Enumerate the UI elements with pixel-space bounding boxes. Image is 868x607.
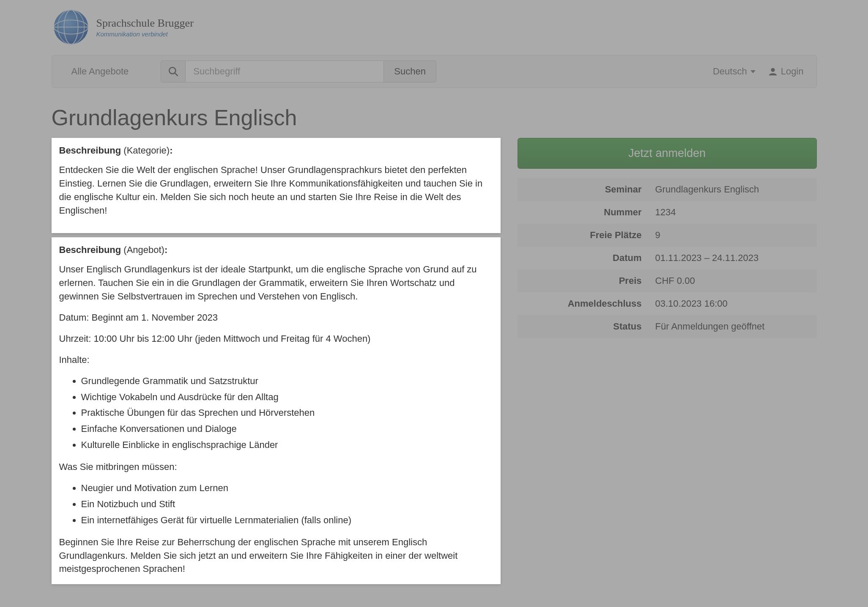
list-item: Ein Notizbuch und Stift xyxy=(81,497,493,511)
offer-time-line: Uhrzeit: 10:00 Uhr bis 12:00 Uhr (jeden … xyxy=(59,332,493,346)
description-category-heading: Beschreibung (Kategorie): xyxy=(59,144,493,157)
list-item: Praktische Übungen für das Sprechen und … xyxy=(81,406,493,420)
offer-intro: Unser Englisch Grundlagenkurs ist der id… xyxy=(59,263,493,303)
offer-date-line: Datum: Beginnt am 1. November 2023 xyxy=(59,311,493,324)
offer-bring-label: Was Sie mitbringen müssen: xyxy=(59,460,493,474)
description-category-text: Entdecken Sie die Welt der englischen Sp… xyxy=(59,163,493,217)
list-item: Einfache Konversationen und Dialoge xyxy=(81,422,493,436)
list-item: Ein internetfähiges Gerät für virtuelle … xyxy=(81,514,493,527)
list-item: Neugier und Motivation zum Lernen xyxy=(81,481,493,495)
offer-contents-list: Grundlegende Grammatik und SatzstrukturW… xyxy=(81,374,493,452)
list-item: Kulturelle Einblicke in englischsprachig… xyxy=(81,438,493,452)
description-offer-block: Beschreibung (Angebot): Unser Englisch G… xyxy=(52,237,501,584)
list-item: Grundlegende Grammatik und Satzstruktur xyxy=(81,374,493,388)
offer-bring-list: Neugier und Motivation zum LernenEin Not… xyxy=(81,481,493,527)
list-item: Wichtige Vokabeln und Ausdrücke für den … xyxy=(81,390,493,404)
description-offer-heading: Beschreibung (Angebot): xyxy=(59,243,493,257)
offer-contents-label: Inhalte: xyxy=(59,353,493,367)
offer-outro: Beginnen Sie Ihre Reise zur Beherrschung… xyxy=(59,536,493,576)
description-category-block: Beschreibung (Kategorie): Entdecken Sie … xyxy=(52,138,501,233)
